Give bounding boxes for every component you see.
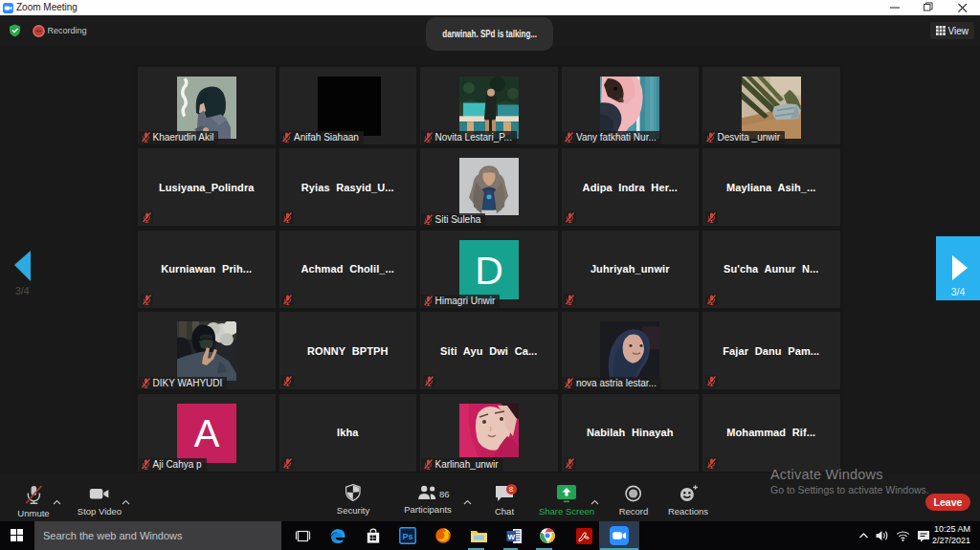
svg-text:3/4: 3/4	[15, 285, 30, 297]
svg-text:3/4: 3/4	[951, 286, 966, 297]
svg-text:Ps: Ps	[402, 532, 412, 541]
svg-text:W: W	[507, 532, 515, 540]
svg-text:D: D	[475, 248, 503, 292]
svg-text:A: A	[193, 412, 219, 454]
